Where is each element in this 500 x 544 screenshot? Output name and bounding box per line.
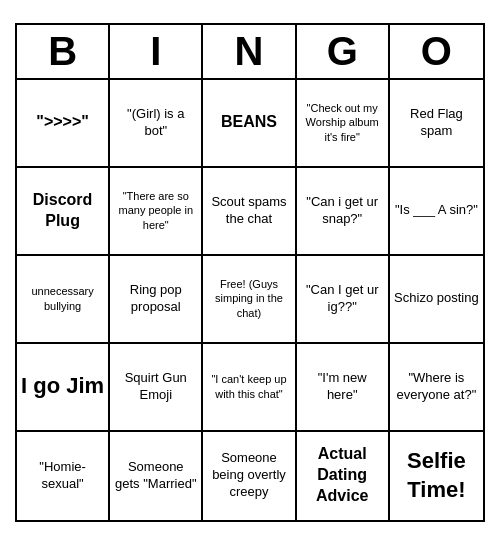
cell-text: Someone gets "Married" [114, 459, 197, 493]
cell-text: ">>>>" [36, 112, 89, 133]
bingo-cell: Someone being overtly creepy [203, 432, 296, 520]
cell-text: "Check out my Worship album it's fire" [301, 101, 384, 144]
cell-text: BEANS [221, 112, 277, 133]
bingo-cell: "Homie-sexual" [17, 432, 110, 520]
cell-text: Squirt Gun Emoji [114, 370, 197, 404]
cell-text: "I can't keep up with this chat" [207, 372, 290, 401]
bingo-cell: "There are so many people in here" [110, 168, 203, 256]
bingo-cell: "I'm new here" [297, 344, 390, 432]
bingo-cell: BEANS [203, 80, 296, 168]
bingo-cell: Discord Plug [17, 168, 110, 256]
bingo-cell: "(Girl) is a bot" [110, 80, 203, 168]
bingo-grid: ">>>>""(Girl) is a bot"BEANS"Check out m… [17, 80, 483, 520]
bingo-cell: "Can i get ur snap?" [297, 168, 390, 256]
cell-text: "Where is everyone at?" [394, 370, 479, 404]
cell-text: "(Girl) is a bot" [114, 106, 197, 140]
bingo-cell: "I can't keep up with this chat" [203, 344, 296, 432]
bingo-cell: "Where is everyone at?" [390, 344, 483, 432]
bingo-cell: Schizo posting [390, 256, 483, 344]
header-letter: N [203, 25, 296, 78]
cell-text: "There are so many people in here" [114, 189, 197, 232]
bingo-cell: Scout spams the chat [203, 168, 296, 256]
header-letter: O [390, 25, 483, 78]
bingo-cell: Someone gets "Married" [110, 432, 203, 520]
cell-text: "I'm new here" [301, 370, 384, 404]
bingo-header: BINGO [17, 25, 483, 80]
cell-text: unnecessary bullying [21, 284, 104, 313]
cell-text: "Homie-sexual" [21, 459, 104, 493]
cell-text: Actual Dating Advice [301, 444, 384, 506]
bingo-cell: ">>>>" [17, 80, 110, 168]
cell-text: Scout spams the chat [207, 194, 290, 228]
cell-text: "Can I get ur ig??" [301, 282, 384, 316]
cell-text: I go Jim [21, 372, 104, 401]
bingo-cell: Red Flag spam [390, 80, 483, 168]
bingo-cell: "Can I get ur ig??" [297, 256, 390, 344]
bingo-cell: Selfie Time! [390, 432, 483, 520]
bingo-cell: Actual Dating Advice [297, 432, 390, 520]
bingo-cell: "Is ___ A sin?" [390, 168, 483, 256]
cell-text: Schizo posting [394, 290, 479, 307]
cell-text: "Can i get ur snap?" [301, 194, 384, 228]
bingo-cell: I go Jim [17, 344, 110, 432]
cell-text: "Is ___ A sin?" [395, 202, 478, 219]
header-letter: B [17, 25, 110, 78]
cell-text: Discord Plug [21, 190, 104, 232]
cell-text: Selfie Time! [394, 447, 479, 504]
bingo-cell: Squirt Gun Emoji [110, 344, 203, 432]
cell-text: Red Flag spam [394, 106, 479, 140]
cell-text: Free! (Guys simping in the chat) [207, 277, 290, 320]
bingo-card: BINGO ">>>>""(Girl) is a bot"BEANS"Check… [15, 23, 485, 522]
cell-text: Someone being overtly creepy [207, 450, 290, 501]
bingo-cell: Ring pop proposal [110, 256, 203, 344]
bingo-cell: unnecessary bullying [17, 256, 110, 344]
header-letter: G [297, 25, 390, 78]
header-letter: I [110, 25, 203, 78]
bingo-cell: "Check out my Worship album it's fire" [297, 80, 390, 168]
cell-text: Ring pop proposal [114, 282, 197, 316]
bingo-cell: Free! (Guys simping in the chat) [203, 256, 296, 344]
